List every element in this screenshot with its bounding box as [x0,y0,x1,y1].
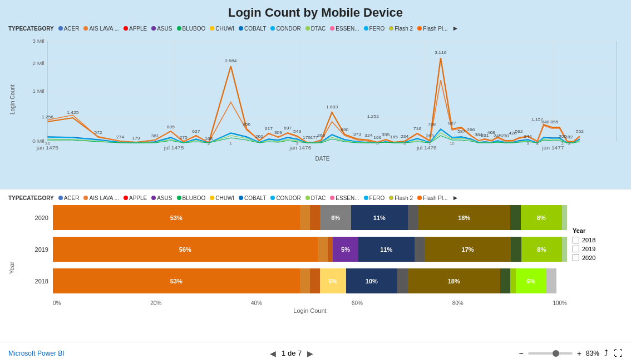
chuwi-dot [210,26,214,31]
b-dtac-dot [305,196,310,200]
svg-text:1.683: 1.683 [326,104,338,109]
svg-text:1 Mil: 1 Mil [32,88,45,94]
svg-text:697: 697 [284,126,292,130]
bar-seg-2020-cobalt: 11% [351,205,408,230]
bluboo-dot [177,26,181,31]
b-ais-label: AIS LAVA ... [89,195,119,201]
bar-y-axis-label: Year [8,205,28,314]
svg-text:4: 4 [403,141,406,146]
svg-text:2: 2 [561,141,564,146]
b-legend-item-dtac: DTAC [305,195,326,201]
apple-label: APPLE [129,26,147,32]
bar-seg-2019-ais [318,237,328,262]
bar-year-2019: 2019 [33,246,53,253]
acer-label: ACER [64,26,80,32]
bottom-legend-bar: TYPECATEGORY ACER AIS LAVA ... APPLE ASU… [8,194,623,202]
svg-text:956: 956 [243,122,251,126]
chart-title: Login Count by Mobile Device [8,6,623,20]
legend-item-condor: CONDOR [270,26,300,32]
b-legend-more-icon[interactable]: ► [452,194,459,202]
svg-text:166: 166 [373,135,382,139]
stacked-bar-2020: 53% 6% 11% 18% 8% [53,205,567,230]
b-essen-label: ESSEN... [336,195,359,201]
share-icon[interactable]: ⤴ [604,348,608,358]
zoom-plus-icon[interactable]: + [577,349,581,358]
svg-text:887: 887 [448,121,456,125]
essen-dot [330,26,334,31]
condor-label: CONDOR [276,26,300,32]
x-axis-label: DATE [22,156,623,162]
b-legend-item-bluboo: BLUBOO [177,195,206,201]
bar-seg-2018-unk4 [510,268,515,293]
next-page-button[interactable]: ▶ [307,349,313,358]
bar-seg-2020-chuwi: 6% [320,205,351,230]
ais-dot [83,26,88,31]
svg-text:8: 8 [536,141,538,146]
chuwi-label: CHUWI [215,26,234,32]
zoom-level: 83% [586,350,599,357]
svg-text:3 Mil: 3 Mil [32,38,45,44]
bar-seg-2019-dtac: 8% [521,237,562,262]
bar-seg-2019-unk1 [328,237,333,262]
bar-seg-2019-unk2 [415,237,425,262]
svg-text:1: 1 [428,141,431,146]
legend-more-icon[interactable]: ► [452,24,459,32]
bar-seg-2020-unk3 [510,205,520,230]
legend-item-chuwi: CHUWI [210,26,234,32]
svg-text:1: 1 [230,141,232,146]
flash2-dot [389,26,393,31]
b-legend-item-flashpl: Flash Pl... [417,195,447,201]
bar-seg-2018-chuwi: 5% [320,268,346,293]
svg-text:381: 381 [151,133,159,138]
b-chuwi-dot [210,196,214,200]
b-flashpl-dot [417,196,422,200]
svg-text:274: 274 [116,134,125,139]
svg-text:jul 1475: jul 1475 [164,145,184,151]
powerbi-link[interactable]: Microsoft Power BI [8,350,65,357]
footer: Microsoft Power BI ◀ 1 de 7 ▶ − + 83% ⤴ … [0,342,631,364]
zoom-slider[interactable] [528,352,573,355]
bar-row-2018: 2018 53% 5% 10% 18% 6% [33,268,567,293]
zoom-thumb [553,350,559,357]
bar-legend-2018: 2018 [573,237,623,243]
b-dtac-label: DTAC [311,195,326,201]
bar-seg-2020-apple: 53% [53,205,300,230]
bottom-legend-label: TYPECATEGORY [8,195,54,201]
svg-text:260: 260 [255,134,264,138]
cobalt-dot [239,26,243,31]
fero-dot [364,26,368,31]
fullscreen-icon[interactable]: ⛶ [614,348,623,358]
svg-text:jul 1476: jul 1476 [416,145,437,151]
flashpl-label: Flash Pl... [423,26,447,32]
b-apple-label: APPLE [129,195,147,201]
bar-seg-2020-condor: 18% [418,205,510,230]
legend-checkbox-2018[interactable] [573,237,579,243]
svg-text:10: 10 [450,141,455,146]
svg-text:168: 168 [205,136,213,141]
svg-text:690: 690 [341,127,349,132]
b-apple-dot [124,196,128,200]
svg-text:2: 2 [208,141,210,146]
svg-text:3: 3 [568,141,570,146]
svg-text:jan 1477: jan 1477 [541,145,564,151]
bar-seg-2018-unk2 [397,268,407,293]
svg-text:3.116: 3.116 [435,50,447,54]
zoom-minus-icon[interactable]: − [519,349,524,358]
legend-item-dtac: DTAC [305,26,326,32]
b-fero-dot [364,196,368,200]
b-legend-item-cobalt: COBALT [239,195,266,201]
legend-checkbox-2019[interactable] [573,246,579,252]
stacked-bar-2019: 56% 5% 11% 17% 8% [53,237,567,262]
footer-icons: ⤴ ⛶ [604,348,623,358]
prev-page-button[interactable]: ◀ [270,349,276,358]
page-indicator: 1 de 7 [282,349,302,357]
svg-text:587: 587 [457,129,466,133]
line-chart-inner: 3 Mil 2 Mil 1 Mil 0 Mil jan 1475 jul 147… [22,36,623,163]
essen-label: ESSEN... [336,26,359,32]
dtac-dot [305,26,310,31]
b-flash2-label: Flash 2 [395,195,413,201]
bar-seg-2020-unk2 [408,205,418,230]
legend-item-acer: ACER [58,26,80,32]
legend-checkbox-2020[interactable] [573,255,579,261]
asus-dot [151,26,156,31]
